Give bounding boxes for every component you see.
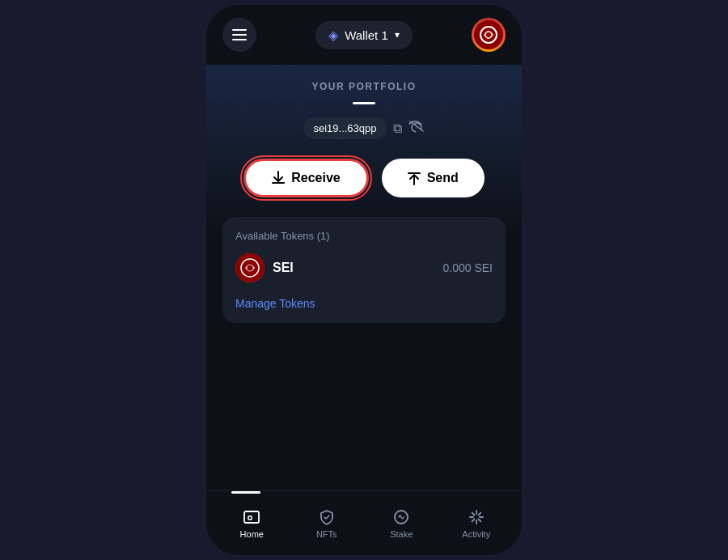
avatar-button[interactable]: [472, 18, 506, 52]
hide-icon[interactable]: [408, 120, 425, 137]
stake-nav-label: Stake: [390, 529, 413, 539]
nav-activity[interactable]: Activity: [439, 502, 514, 545]
token-balance: 0.000 SEI: [443, 261, 493, 274]
token-name: SEI: [273, 261, 435, 275]
home-nav-label: Home: [240, 529, 264, 539]
svg-point-5: [248, 265, 253, 271]
send-button[interactable]: Send: [382, 159, 485, 197]
activity-nav-label: Activity: [462, 529, 490, 539]
balance-placeholder: [353, 102, 375, 104]
wallet-dropdown-arrow: ▾: [395, 29, 400, 40]
nav-stake[interactable]: Stake: [364, 502, 439, 545]
nav-nfts[interactable]: NFTs: [290, 502, 365, 545]
activity-icon: [468, 508, 485, 526]
token-row-sei: SEI 0.000 SEI: [235, 253, 493, 282]
home-icon: [243, 508, 260, 526]
portfolio-title: YOUR PORTFOLIO: [312, 81, 417, 92]
manage-tokens-link[interactable]: Manage Tokens: [235, 294, 493, 310]
bottom-nav: Home NFTs Stake Activity: [206, 490, 522, 555]
sei-token-logo: [235, 253, 265, 282]
home-active-indicator: [231, 491, 260, 494]
wallet-name-label: Wallet 1: [345, 28, 388, 42]
wallet-selector[interactable]: ◈ Wallet 1 ▾: [315, 21, 413, 49]
main-content: YOUR PORTFOLIO sei19...63qpp ⧉ Receive: [206, 65, 522, 490]
tokens-header: Available Tokens (1): [235, 230, 493, 242]
nfts-icon: [318, 508, 336, 526]
nav-home[interactable]: Home: [214, 502, 290, 545]
address-row: sei19...63qpp ⧉: [303, 117, 424, 139]
avatar-icon: [474, 20, 503, 49]
menu-button[interactable]: [222, 18, 256, 52]
svg-point-2: [486, 32, 491, 37]
wallet-address: sei19...63qpp: [303, 117, 386, 139]
svg-rect-7: [248, 516, 252, 520]
receive-icon: [272, 171, 285, 185]
wallet-diamond-icon: ◈: [328, 28, 338, 43]
stake-icon: [392, 508, 410, 526]
send-label: Send: [427, 171, 459, 185]
receive-button[interactable]: Receive: [243, 159, 369, 197]
tokens-card: Available Tokens (1) SEI 0.000 SEI Manag…: [222, 217, 506, 323]
header: ◈ Wallet 1 ▾: [206, 5, 522, 65]
action-buttons: Receive Send: [222, 159, 506, 197]
hamburger-icon: [232, 29, 247, 40]
nfts-nav-label: NFTs: [316, 529, 337, 539]
receive-label: Receive: [291, 171, 341, 185]
phone-container: ◈ Wallet 1 ▾ YOUR PORTFOLIO sei19...63qp…: [206, 5, 522, 555]
send-icon: [408, 171, 421, 185]
copy-icon[interactable]: ⧉: [393, 121, 402, 136]
